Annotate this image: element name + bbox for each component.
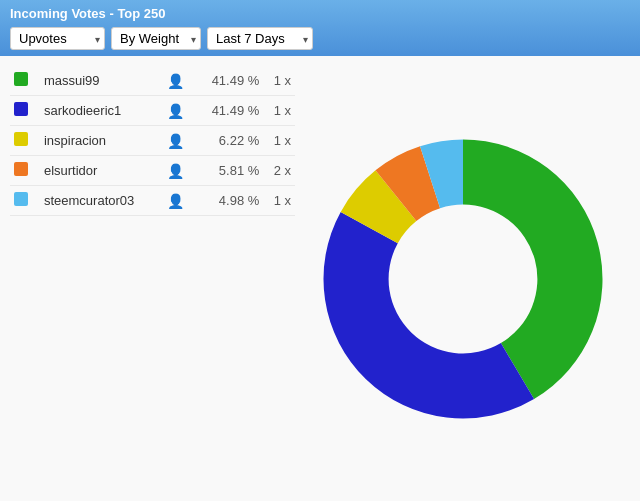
voter-name[interactable]: massui99 xyxy=(40,66,163,96)
person-icon: 👤 xyxy=(163,156,194,186)
vote-pct: 4.98 % xyxy=(194,186,264,216)
voter-name[interactable]: sarkodieeric1 xyxy=(40,96,163,126)
period-select[interactable]: Last 7 Days Last 30 Days All Time xyxy=(207,27,313,50)
filter-select-wrapper: Upvotes Downvotes All xyxy=(10,27,105,50)
voter-table: massui99 👤 41.49 % 1 x sarkodieeric1 👤 4… xyxy=(10,66,295,216)
chart-section xyxy=(295,66,630,491)
color-cell xyxy=(10,156,40,186)
controls-bar: Upvotes Downvotes All By Weight By Count… xyxy=(10,27,630,56)
main-content: massui99 👤 41.49 % 1 x sarkodieeric1 👤 4… xyxy=(0,56,640,501)
table-row[interactable]: inspiracion 👤 6.22 % 1 x xyxy=(10,126,295,156)
color-cell xyxy=(10,126,40,156)
weight-select-wrapper: By Weight By Count xyxy=(111,27,201,50)
page-title: Incoming Votes - Top 250 xyxy=(10,6,630,21)
filter-select[interactable]: Upvotes Downvotes All xyxy=(10,27,105,50)
color-cell xyxy=(10,186,40,216)
vote-count: 1 x xyxy=(263,96,295,126)
table-row[interactable]: sarkodieeric1 👤 41.49 % 1 x xyxy=(10,96,295,126)
donut-chart xyxy=(308,124,618,434)
vote-count: 1 x xyxy=(263,66,295,96)
color-cell xyxy=(10,96,40,126)
vote-count: 1 x xyxy=(263,126,295,156)
person-icon: 👤 xyxy=(163,96,194,126)
vote-count: 2 x xyxy=(263,156,295,186)
chart-segment xyxy=(323,211,534,418)
table-row[interactable]: steemcurator03 👤 4.98 % 1 x xyxy=(10,186,295,216)
voter-name[interactable]: steemcurator03 xyxy=(40,186,163,216)
period-select-wrapper: Last 7 Days Last 30 Days All Time xyxy=(207,27,313,50)
person-icon: 👤 xyxy=(163,126,194,156)
table-section: massui99 👤 41.49 % 1 x sarkodieeric1 👤 4… xyxy=(10,66,295,491)
vote-count: 1 x xyxy=(263,186,295,216)
vote-pct: 6.22 % xyxy=(194,126,264,156)
vote-pct: 5.81 % xyxy=(194,156,264,186)
vote-pct: 41.49 % xyxy=(194,66,264,96)
color-cell xyxy=(10,66,40,96)
person-icon: 👤 xyxy=(163,186,194,216)
table-row[interactable]: elsurtidor 👤 5.81 % 2 x xyxy=(10,156,295,186)
weight-select[interactable]: By Weight By Count xyxy=(111,27,201,50)
table-row[interactable]: massui99 👤 41.49 % 1 x xyxy=(10,66,295,96)
header: Incoming Votes - Top 250 Upvotes Downvot… xyxy=(0,0,640,56)
voter-name[interactable]: elsurtidor xyxy=(40,156,163,186)
voter-name[interactable]: inspiracion xyxy=(40,126,163,156)
vote-pct: 41.49 % xyxy=(194,96,264,126)
person-icon: 👤 xyxy=(163,66,194,96)
